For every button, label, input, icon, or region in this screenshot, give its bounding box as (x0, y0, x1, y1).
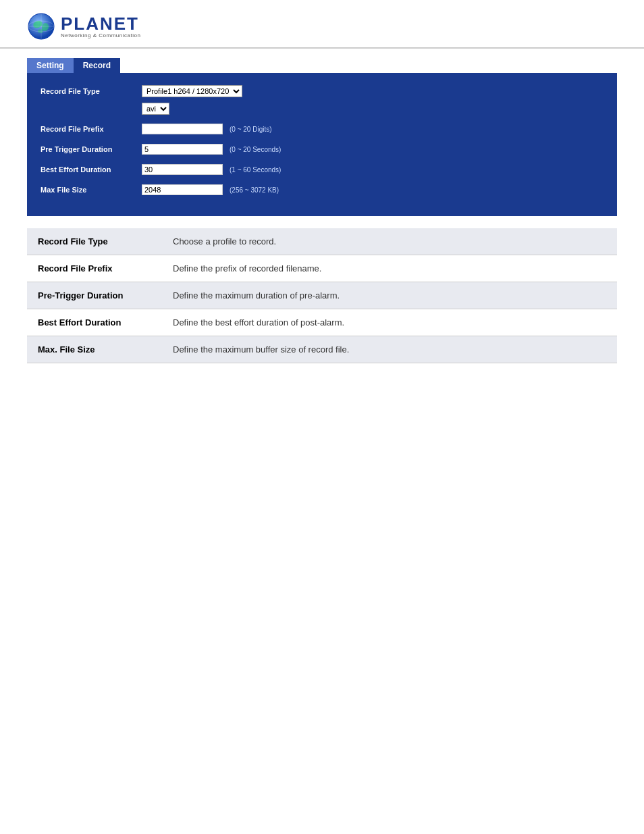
best-effort-input[interactable] (142, 164, 223, 175)
record-file-prefix-input[interactable] (142, 124, 223, 134)
filetype-select[interactable]: avi (142, 103, 169, 115)
max-file-size-row: Max File Size (256 ~ 3072 KB) (41, 182, 603, 197)
description-table: Record File TypeChoose a profile to reco… (27, 228, 617, 363)
profile-select[interactable]: Profile1 h264 / 1280x720 (142, 85, 242, 97)
globe-icon (27, 12, 55, 41)
logo-tagline: Networking & Communication (61, 32, 140, 38)
header: PLANET Networking & Communication (0, 0, 644, 47)
desc-term: Pre-Trigger Duration (27, 282, 162, 309)
tab-setting[interactable]: Setting (27, 58, 74, 73)
record-file-prefix-hint: (0 ~ 20 Digits) (230, 126, 272, 133)
config-panel: Record File Type Profile1 h264 / 1280x72… (27, 73, 617, 216)
tab-bar: Setting Record (0, 49, 644, 73)
record-file-prefix-row: Record File Prefix (0 ~ 20 Digits) (41, 122, 603, 136)
desc-row: Max. File SizeDefine the maximum buffer … (27, 336, 617, 363)
max-file-size-hint: (256 ~ 3072 KB) (230, 186, 279, 194)
desc-term: Max. File Size (27, 336, 162, 363)
desc-definition: Define the maximum duration of pre-alarm… (162, 282, 617, 309)
desc-definition: Define the prefix of recorded filename. (162, 255, 617, 282)
desc-term: Record File Type (27, 228, 162, 255)
desc-definition: Define the maximum buffer size of record… (162, 336, 617, 363)
logo-name: PLANET (61, 15, 140, 32)
logo: PLANET Networking & Communication (27, 12, 140, 41)
tab-record[interactable]: Record (74, 58, 120, 73)
avi-select-row: avi (41, 101, 603, 116)
desc-definition: Choose a profile to record. (162, 228, 617, 255)
best-effort-row: Best Effort Duration (1 ~ 60 Seconds) (41, 162, 603, 177)
record-file-prefix-label: Record File Prefix (41, 125, 142, 133)
desc-term: Best Effort Duration (27, 309, 162, 336)
best-effort-hint: (1 ~ 60 Seconds) (230, 166, 281, 174)
pre-trigger-label: Pre Trigger Duration (41, 145, 142, 153)
best-effort-label: Best Effort Duration (41, 165, 142, 174)
max-file-size-label: Max File Size (41, 186, 142, 194)
pre-trigger-hint: (0 ~ 20 Seconds) (230, 146, 281, 153)
desc-row: Record File TypeChoose a profile to reco… (27, 228, 617, 255)
desc-row: Pre-Trigger DurationDefine the maximum d… (27, 282, 617, 309)
max-file-size-input[interactable] (142, 184, 223, 195)
record-file-type-row: Record File Type Profile1 h264 / 1280x72… (41, 84, 603, 99)
desc-definition: Define the best effort duration of post-… (162, 309, 617, 336)
pre-trigger-input[interactable] (142, 144, 223, 155)
logo-text: PLANET Networking & Communication (61, 15, 140, 38)
svg-point-3 (38, 29, 43, 33)
pre-trigger-row: Pre Trigger Duration (0 ~ 20 Seconds) (41, 142, 603, 157)
record-file-type-inputs: Profile1 h264 / 1280x720 (142, 85, 603, 97)
desc-row: Best Effort DurationDefine the best effo… (27, 309, 617, 336)
desc-term: Record File Prefix (27, 255, 162, 282)
record-file-type-label: Record File Type (41, 87, 142, 95)
desc-row: Record File PrefixDefine the prefix of r… (27, 255, 617, 282)
